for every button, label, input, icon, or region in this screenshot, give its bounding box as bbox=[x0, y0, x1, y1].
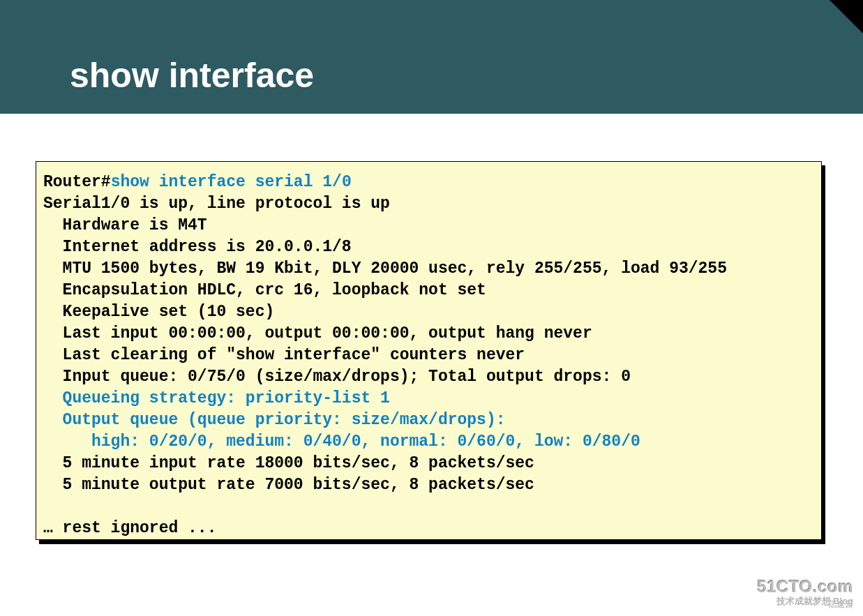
output-line: Input queue: 0/75/0 (size/max/drops); To… bbox=[43, 368, 631, 386]
show-command: show interface serial 1/0 bbox=[111, 173, 352, 191]
output-highlight-queue-stats: high: 0/20/0, medium: 0/40/0, normal: 0/… bbox=[43, 433, 640, 451]
output-line: 5 minute output rate 7000 bits/sec, 8 pa… bbox=[43, 476, 534, 494]
terminal-output: Router#show interface serial 1/0 Serial1… bbox=[36, 161, 822, 540]
output-line: Last clearing of "show interface" counte… bbox=[43, 346, 525, 364]
output-line: MTU 1500 bytes, BW 19 Kbit, DLY 20000 us… bbox=[43, 260, 727, 278]
watermark-line2: 技术成就梦想 Blog bbox=[758, 595, 853, 608]
output-line: Hardware is M4T bbox=[43, 216, 207, 234]
output-highlight-output-queue: Output queue (queue priority: size/max/d… bbox=[43, 411, 506, 429]
slide-title: show interface bbox=[70, 55, 314, 96]
output-line: Last input 00:00:00, output 00:00:00, ou… bbox=[43, 324, 592, 343]
watermark-yisu: 亿速云 bbox=[828, 599, 853, 610]
output-line: 5 minute input rate 18000 bits/sec, 8 pa… bbox=[43, 454, 534, 472]
output-rest-ignored: … rest ignored ... bbox=[43, 519, 216, 537]
corner-flap-icon bbox=[830, 0, 863, 33]
watermark: 51CTO.com 技术成就梦想 Blog 亿速云 bbox=[758, 577, 853, 608]
router-prompt: Router# bbox=[43, 173, 111, 191]
output-line: Serial1/0 is up, line protocol is up bbox=[43, 195, 390, 213]
output-highlight-queue-strategy: Queueing strategy: priority-list 1 bbox=[43, 389, 390, 407]
watermark-line1: 51CTO.com bbox=[758, 577, 853, 596]
output-line: Keepalive set (10 sec) bbox=[43, 303, 274, 321]
output-line: Encapsulation HDLC, crc 16, loopback not… bbox=[43, 281, 486, 299]
output-line: Internet address is 20.0.0.1/8 bbox=[43, 238, 352, 256]
slide-header: show interface bbox=[0, 0, 863, 114]
